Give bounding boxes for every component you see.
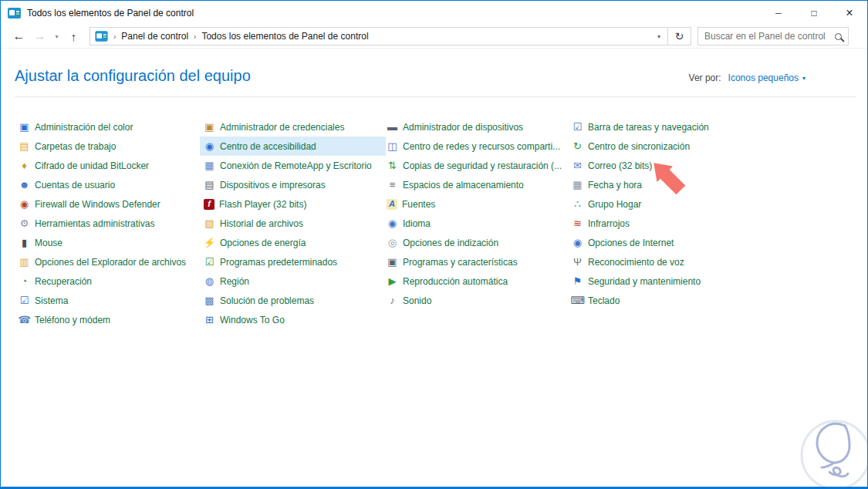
panel-item-opciones-de-indizacion[interactable]: ◎Opciones de indización — [383, 233, 571, 252]
indexing-options-magnifier-icon: ◎ — [386, 236, 399, 249]
back-button[interactable]: ← — [8, 29, 29, 43]
internet-options-globe-icon: ◉ — [571, 236, 584, 249]
panel-item-reconocimiento-de-voz[interactable]: ΨReconocimiento de voz — [568, 252, 762, 271]
panel-item-programas-predeterminados[interactable]: ☑Programas predeterminados — [200, 252, 386, 271]
panel-item-historial-de-archivos[interactable]: ▧Historial de archivos — [200, 214, 386, 233]
panel-item-infrarrojos[interactable]: ≋Infrarrojos — [568, 214, 762, 233]
panel-item-copias-de-seguridad-y-restauracion[interactable]: ⇅Copias de seguridad y restauración (... — [383, 156, 571, 175]
breadcrumb-item[interactable]: Todos los elementos de Panel de control — [201, 31, 368, 42]
panel-item-herramientas-administrativas[interactable]: ⚙Herramientas administrativas — [15, 214, 203, 233]
panel-item-label: Opciones de indización — [403, 238, 498, 248]
panel-item-grupo-hogar[interactable]: ∴Grupo Hogar — [568, 194, 762, 214]
items-column: ☑Barra de tareas y navegación↻Centro de … — [571, 117, 762, 329]
panel-item-flash-player-32-bits[interactable]: fFlash Player (32 bits) — [200, 194, 386, 214]
firewall-globe-icon: ◉ — [18, 197, 31, 211]
panel-item-label: Fecha y hora — [588, 180, 642, 191]
panel-item-sistema[interactable]: ☑Sistema — [15, 291, 203, 310]
view-by-label: Ver por: — [689, 73, 721, 83]
content-area: Ajustar la configuración del equipo Ver … — [1, 67, 867, 329]
watermark-lightbulb-logo — [795, 416, 868, 489]
content-header: Ajustar la configuración del equipo Ver … — [15, 67, 853, 85]
panel-item-carpetas-de-trabajo[interactable]: ▤Carpetas de trabajo — [15, 137, 203, 156]
panel-item-barra-de-tareas-y-navegacion[interactable]: ☑Barra de tareas y navegación — [568, 117, 762, 137]
address-bar[interactable]: › Panel de control › Todos los elementos… — [90, 27, 691, 46]
panel-item-seguridad-y-mantenimiento[interactable]: ⚑Seguridad y mantenimiento — [568, 271, 762, 291]
autoplay-icon: ▶ — [386, 275, 399, 288]
window-title: Todos los elementos de Panel de control — [27, 8, 194, 19]
maximize-button[interactable]: □ — [796, 1, 832, 25]
panel-item-cuentas-de-usuario[interactable]: ☻Cuentas de usuario — [15, 175, 203, 194]
panel-item-label: Administrador de dispositivos — [403, 122, 523, 133]
panel-item-label: Opciones de Internet — [588, 238, 674, 248]
panel-item-opciones-de-internet[interactable]: ◉Opciones de Internet — [568, 233, 762, 252]
panel-item-administrador-de-dispositivos[interactable]: ▬Administrador de dispositivos — [383, 117, 571, 137]
panel-item-idioma[interactable]: ◉Idioma — [383, 214, 571, 233]
admin-tools-gear-icon: ⚙ — [18, 217, 31, 230]
breadcrumb-item[interactable]: Panel de control — [121, 31, 188, 42]
panel-item-label: Centro de accesibilidad — [220, 141, 316, 152]
forward-button[interactable]: → — [29, 29, 50, 43]
view-by-dropdown[interactable]: Iconos pequeños ▾ — [728, 73, 806, 83]
panel-item-label: Solución de problemas — [220, 295, 314, 306]
panel-item-windows-to-go[interactable]: ⊞Windows To Go — [200, 310, 386, 329]
panel-item-label: Historial de archivos — [220, 218, 303, 229]
control-panel-icon — [8, 8, 21, 19]
panel-item-label: Mouse — [35, 238, 62, 248]
panel-item-label: Sistema — [35, 295, 68, 306]
panel-item-fecha-y-hora[interactable]: ▦Fecha y hora — [568, 175, 762, 194]
panel-item-reproduccion-automatica[interactable]: ▶Reproducción automática — [383, 271, 571, 291]
up-button[interactable]: ↑ — [63, 30, 84, 43]
bitlocker-lock-key-icon: ♦ — [18, 159, 31, 172]
panel-item-conexion-de-remoteapp-y-escritorio[interactable]: ▦Conexión de RemoteApp y Escritorio — [200, 156, 386, 175]
panel-item-label: Cifrado de unidad BitLocker — [35, 160, 149, 171]
panel-item-dispositivos-e-impresoras[interactable]: ▤Dispositivos e impresoras — [200, 175, 386, 194]
speech-recognition-mic-icon: Ψ — [571, 255, 584, 268]
panel-item-label: Teléfono y módem — [35, 315, 110, 325]
recovery-clock-icon: ◔ — [18, 275, 31, 288]
panel-item-administracion-del-color[interactable]: ▣Administración del color — [15, 117, 203, 137]
page-title: Ajustar la configuración del equipo — [15, 67, 251, 85]
panel-item-label: Reproducción automática — [403, 276, 508, 287]
panel-item-telefono-y-modem[interactable]: ☎Teléfono y módem — [15, 310, 203, 329]
panel-item-fuentes[interactable]: AFuentes — [383, 194, 571, 214]
panel-item-programas-y-caracteristicas[interactable]: ▣Programas y características — [383, 252, 571, 271]
panel-item-label: Barra de tareas y navegación — [588, 122, 709, 133]
view-by-control: Ver por: Iconos pequeños ▾ — [689, 73, 806, 83]
panel-item-centro-de-redes[interactable]: ◫Centro de redes y recursos comparti... — [383, 137, 571, 156]
recent-pages-caret-icon[interactable]: ▾ — [50, 33, 63, 40]
search-input[interactable] — [704, 31, 830, 42]
panel-item-recuperacion[interactable]: ◔Recuperación — [15, 271, 203, 291]
panel-item-teclado[interactable]: ⌨Teclado — [568, 291, 762, 310]
panel-item-region[interactable]: ◍Región — [200, 271, 386, 291]
panel-item-label: Sonido — [403, 295, 431, 306]
panel-item-solucion-de-problemas[interactable]: ▩Solución de problemas — [200, 291, 386, 310]
panel-item-opciones-de-energia[interactable]: ⚡Opciones de energía — [200, 233, 386, 252]
panel-item-centro-de-sincronizacion[interactable]: ↻Centro de sincronización — [568, 137, 762, 156]
panel-item-administrador-de-credenciales[interactable]: ▣Administrador de credenciales — [200, 117, 386, 137]
address-dropdown-caret-icon[interactable]: ▾ — [650, 28, 667, 45]
minimize-button[interactable]: ─ — [761, 1, 796, 25]
close-button[interactable]: × — [832, 1, 867, 25]
panel-item-label: Teclado — [588, 295, 620, 306]
panel-item-correo-32-bits[interactable]: ✉Correo (32 bits) — [568, 156, 762, 175]
panel-item-cifrado-de-unidad-bitlocker[interactable]: ♦Cifrado de unidad BitLocker — [15, 156, 203, 175]
panel-item-opciones-del-explorador-de-archivos[interactable]: ▥Opciones del Explorador de archivos — [15, 252, 203, 271]
address-bar-controls: ▾ ↻ — [650, 28, 691, 45]
panel-item-label: Seguridad y mantenimiento — [588, 276, 701, 287]
panel-item-firewall-de-windows-defender[interactable]: ◉Firewall de Windows Defender — [15, 194, 203, 214]
view-by-value: Iconos pequeños — [728, 73, 799, 83]
device-manager-icon: ▬ — [386, 120, 399, 133]
file-explorer-options-icon: ▥ — [18, 255, 31, 268]
panel-item-sonido[interactable]: ♪Sonido — [383, 291, 571, 310]
work-folders-icon: ▤ — [18, 140, 31, 153]
refresh-icon[interactable]: ↻ — [667, 28, 691, 45]
panel-item-label: Infrarrojos — [588, 218, 630, 229]
panel-item-label: Cuentas de usuario — [35, 180, 115, 191]
panel-item-mouse[interactable]: ▮Mouse — [15, 233, 203, 252]
remoteapp-desktop-icon: ▦ — [203, 159, 216, 172]
panel-item-espacios-de-almacenamiento[interactable]: ≡Espacios de almacenamiento — [383, 175, 571, 194]
file-history-icon: ▧ — [203, 217, 216, 230]
power-options-plug-icon: ⚡ — [203, 236, 216, 249]
search-icon[interactable] — [835, 33, 842, 40]
panel-item-centro-de-accesibilidad[interactable]: ◉Centro de accesibilidad — [200, 137, 386, 156]
